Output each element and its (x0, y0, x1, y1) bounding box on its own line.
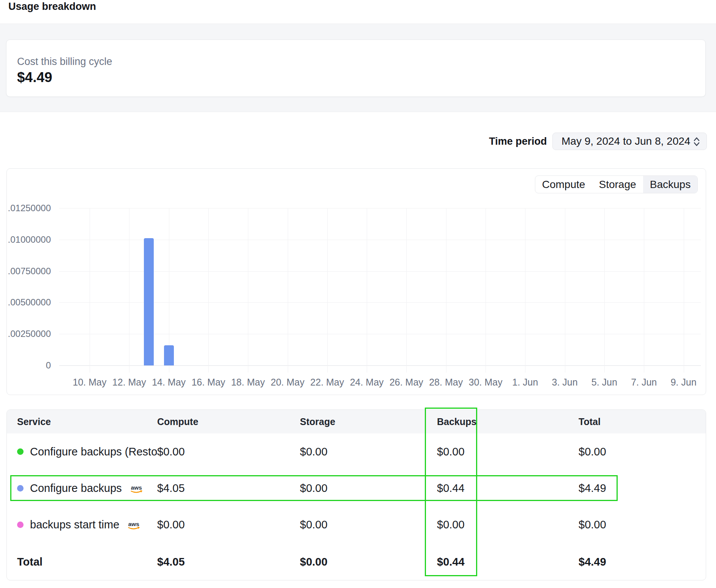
col-header-backups: Backups (437, 410, 476, 433)
aws-icon: aws (130, 484, 145, 495)
x-gridline (604, 208, 605, 373)
table-row: Configure backups (Resto $0.00 $0.00 $0.… (7, 433, 706, 470)
y-axis-label: .01000000 (7, 234, 51, 245)
billing-cycle-cost-card: Cost this billing cycle $4.49 (6, 40, 706, 97)
svg-text:aws: aws (128, 521, 139, 527)
usage-chart-card: ComputeStorageBackups .01250000.01000000… (6, 168, 706, 395)
total-row-label: Total (17, 556, 43, 568)
chart-bar[interactable] (164, 345, 174, 365)
x-gridline (644, 208, 644, 373)
x-gridline (565, 208, 565, 373)
backups-value: $0.00 (437, 518, 465, 531)
service-color-dot (17, 485, 24, 492)
x-gridline (406, 208, 407, 373)
compute-value: $0.00 (157, 518, 185, 531)
x-gridline (248, 208, 248, 373)
y-axis-label: .00250000 (7, 329, 51, 339)
unfold-chevrons-icon (692, 136, 701, 147)
col-header-compute: Compute (157, 410, 198, 433)
service-name: Configure backups (30, 482, 122, 495)
x-gridline (288, 208, 288, 373)
storage-value: $0.00 (300, 482, 328, 495)
table-row: backups start time aws $0.00 $0.00 $0.00… (7, 506, 706, 543)
x-axis-label: 9. Jun (655, 377, 712, 388)
y-axis-label: .00750000 (7, 266, 51, 277)
service-color-dot (17, 522, 24, 528)
total-compute: $4.05 (157, 556, 185, 568)
y-axis-label: .00500000 (7, 297, 51, 308)
y-axis-label: .01250000 (7, 203, 51, 213)
x-gridline (684, 208, 684, 373)
bar-chart: .01250000.01000000.00750000.00500000.002… (7, 169, 706, 395)
total-storage: $0.00 (300, 556, 328, 568)
chart-bar[interactable] (144, 238, 154, 365)
time-period-select[interactable]: May 9, 2024 to Jun 8, 2024 (552, 133, 707, 150)
y-axis-label: 0 (7, 360, 51, 371)
cost-card-value: $4.49 (17, 70, 52, 85)
storage-value: $0.00 (300, 518, 328, 531)
backups-value: $0.00 (437, 446, 465, 458)
aws-icon: aws (127, 520, 142, 531)
compute-value: $0.00 (157, 446, 185, 458)
col-header-storage: Storage (300, 410, 335, 433)
billing-summary-band: Cost this billing cycle $4.49 (0, 24, 716, 112)
total-total: $4.49 (579, 556, 606, 568)
time-period-label: Time period (489, 136, 547, 147)
x-gridline (525, 208, 525, 373)
compute-value: $4.05 (157, 482, 185, 495)
total-value: $0.00 (579, 446, 606, 458)
usage-table: Service Compute Storage Backups Total Co… (6, 409, 706, 580)
cost-card-label: Cost this billing cycle (17, 56, 112, 68)
total-backups: $0.44 (437, 556, 465, 568)
page-title: Usage breakdown (8, 1, 96, 13)
col-header-service: Service (17, 410, 51, 433)
total-value: $0.00 (579, 518, 606, 531)
service-name: backups start time (30, 518, 119, 531)
x-gridline (129, 208, 129, 373)
storage-value: $0.00 (300, 446, 328, 458)
time-period-value: May 9, 2024 to Jun 8, 2024 (561, 135, 690, 147)
col-header-total: Total (579, 410, 601, 433)
x-gridline (208, 208, 209, 373)
service-name: Configure backups (Resto (30, 446, 157, 458)
svg-text:aws: aws (131, 484, 142, 491)
service-color-dot (17, 449, 24, 455)
x-gridline (446, 208, 446, 373)
x-gridline (367, 208, 367, 373)
total-value: $4.49 (579, 482, 606, 495)
table-total-row: Total $4.05 $0.00 $0.44 $4.49 (7, 543, 706, 580)
backups-value: $0.44 (437, 482, 465, 495)
table-row: Configure backups aws $4.05 $0.00 $0.44 … (7, 470, 706, 506)
x-gridline (90, 208, 90, 373)
x-gridline (486, 208, 486, 373)
x-gridline (327, 208, 328, 373)
table-header-row: Service Compute Storage Backups Total (7, 410, 706, 433)
